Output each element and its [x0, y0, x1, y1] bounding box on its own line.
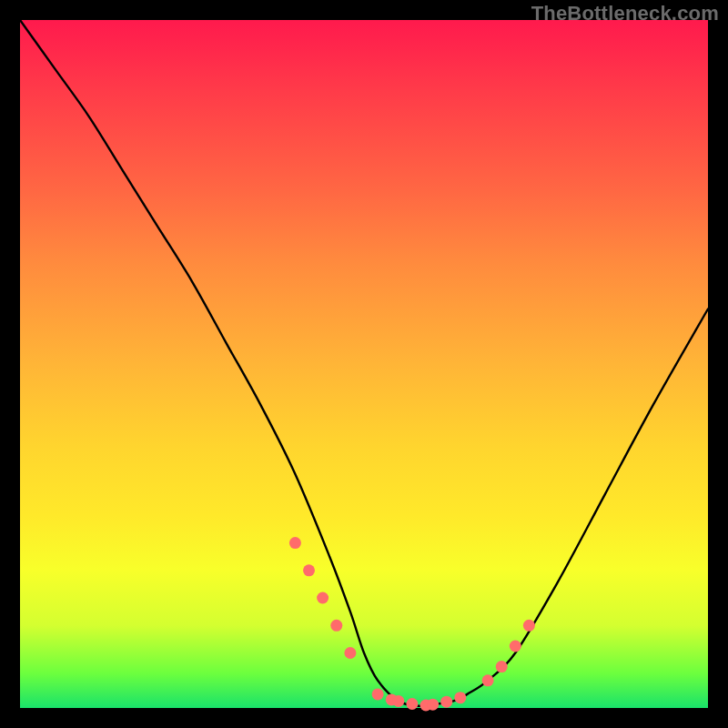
curve-markers: [289, 537, 535, 711]
curve-marker: [523, 620, 535, 632]
curve-marker: [406, 698, 418, 710]
chart-svg: [20, 20, 708, 708]
bottleneck-curve: [20, 20, 708, 706]
curve-marker: [303, 564, 315, 576]
curve-marker: [344, 647, 356, 659]
curve-marker: [454, 692, 466, 703]
curve-marker: [317, 592, 329, 604]
chart-frame: TheBottleneck.com: [0, 0, 728, 728]
curve-marker: [289, 537, 301, 549]
curve-marker: [440, 696, 452, 708]
attribution-text: TheBottleneck.com: [531, 2, 719, 25]
curve-marker: [330, 620, 342, 632]
curve-marker: [482, 674, 494, 686]
curve-marker: [372, 688, 384, 700]
curve-marker: [510, 641, 521, 652]
curve-marker: [427, 699, 439, 711]
curve-marker: [392, 695, 404, 707]
curve-marker: [496, 661, 508, 672]
